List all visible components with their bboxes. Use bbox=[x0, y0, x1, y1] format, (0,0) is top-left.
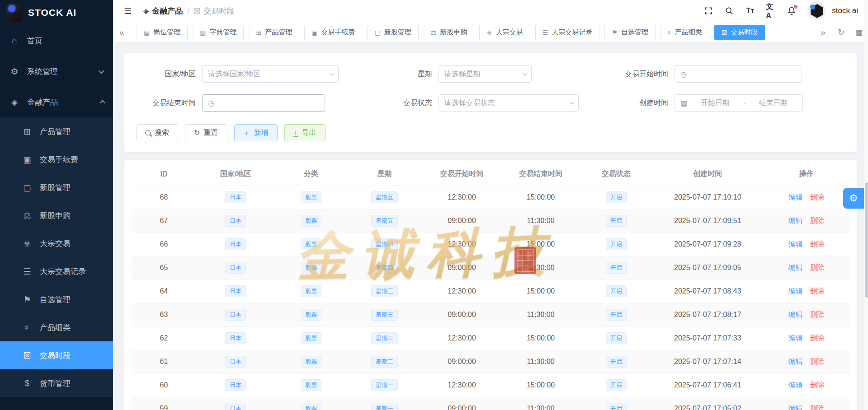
filter-end_time-input[interactable]: ◷ bbox=[202, 94, 325, 112]
scales-icon: ⚖ bbox=[22, 210, 33, 221]
sidebar-item-money[interactable]: ▣交易手续费 bbox=[0, 145, 113, 173]
app-root: STOCK AI ⌂首页⚙系统管理◈金融产品⊞产品管理▣交易手续费▢新股管理⚖新… bbox=[0, 0, 868, 410]
reset-button[interactable]: ↻重置 bbox=[185, 124, 227, 141]
category-tag: 股票 bbox=[301, 262, 321, 274]
tab-label: 交易手续费 bbox=[321, 28, 355, 37]
sidebar-item-label: 交易手续费 bbox=[40, 154, 78, 165]
notification-bell-icon[interactable] bbox=[787, 6, 797, 16]
delete-link[interactable]: 删除 bbox=[810, 358, 825, 365]
sidebar-item-home[interactable]: ⌂首页 bbox=[0, 25, 113, 56]
tab-大宗交易记录[interactable]: ☰大宗交易记录 bbox=[535, 25, 600, 40]
delete-link[interactable]: 删除 bbox=[810, 217, 825, 224]
edit-link[interactable]: 编辑 bbox=[788, 311, 803, 318]
operations-cell: 编辑删除 bbox=[763, 303, 849, 326]
sidebar-item-diamond[interactable]: ◈金融产品 bbox=[0, 87, 113, 117]
sidebar-item-list[interactable]: ☰大宗交易记录 bbox=[0, 257, 113, 285]
filter-created-input[interactable]: ▦开始日期-结束日期 bbox=[675, 94, 803, 112]
edit-link[interactable]: 编辑 bbox=[788, 334, 803, 342]
gear-icon: ⚙ bbox=[9, 66, 20, 77]
sidebar-submenu: ⊞产品管理▣交易手续费▢新股管理⚖新股申购☣大宗交易☰大宗交易记录⚑自选管理»产… bbox=[0, 117, 113, 397]
placeholder-text: 请选择交易状态 bbox=[444, 98, 565, 108]
money-icon: ▣ bbox=[311, 29, 317, 36]
status-tag: 开启 bbox=[606, 332, 627, 344]
cell-text: 15:00:00 bbox=[501, 326, 580, 350]
tab-岗位管理[interactable]: ▤岗位管理 bbox=[137, 25, 188, 40]
delete-link[interactable]: 删除 bbox=[810, 240, 825, 248]
edit-link[interactable]: 编辑 bbox=[788, 217, 803, 224]
export-button[interactable]: ↓导出 bbox=[284, 124, 326, 141]
delete-link[interactable]: 删除 bbox=[810, 381, 825, 389]
tabs-scroll-left-icon[interactable]: « bbox=[113, 22, 131, 42]
sidebar-item-dollar[interactable]: $货币管理 bbox=[0, 369, 113, 397]
edit-link[interactable]: 编辑 bbox=[788, 405, 803, 410]
cell-text: 12:30:00 bbox=[422, 326, 501, 350]
tab-新股申购[interactable]: ⚖新股申购 bbox=[424, 25, 475, 40]
breadcrumb-item[interactable]: ◈金融产品 bbox=[143, 6, 183, 16]
delete-link[interactable]: 删除 bbox=[810, 334, 825, 342]
country-tag: 日本 bbox=[225, 309, 246, 321]
tab-产品细类[interactable]: »产品细类 bbox=[660, 25, 709, 40]
cell-text: 61 bbox=[132, 350, 196, 373]
translate-icon[interactable]: 文A bbox=[766, 6, 776, 16]
sidebar-collapse-icon[interactable]: ☰ bbox=[124, 6, 132, 16]
tab-产品管理[interactable]: ⊞产品管理 bbox=[249, 25, 299, 40]
sidebar-item-calendar-x[interactable]: ☒交易时段 bbox=[0, 341, 113, 369]
tab-字典管理[interactable]: ▥字典管理 bbox=[193, 25, 244, 40]
delete-link[interactable]: 删除 bbox=[810, 405, 825, 410]
operations-cell: 编辑删除 bbox=[763, 373, 849, 397]
tabs-scroll-right-icon[interactable]: » bbox=[814, 22, 832, 42]
tab-大宗交易[interactable]: ☣大宗交易 bbox=[479, 25, 530, 40]
edit-link[interactable]: 编辑 bbox=[788, 287, 803, 295]
sidebar-item-burst[interactable]: ☣大宗交易 bbox=[0, 229, 113, 257]
settings-gear-button[interactable]: ⚙ bbox=[843, 188, 864, 209]
calendar-x-icon: ☒ bbox=[22, 350, 33, 361]
cell-text: 66 bbox=[132, 233, 196, 256]
table-row: 63日本股票星期三09:00:0011:30:00开启2025-07-07 17… bbox=[132, 303, 849, 326]
search-icon[interactable] bbox=[724, 6, 734, 16]
category-cell: 股票 bbox=[275, 233, 347, 256]
edit-link[interactable]: 编辑 bbox=[788, 193, 803, 201]
search-button[interactable]: 搜索 bbox=[136, 124, 178, 141]
delete-link[interactable]: 删除 bbox=[810, 311, 825, 318]
status-tag: 开启 bbox=[606, 285, 627, 297]
add-button[interactable]: ＋新增 bbox=[234, 124, 278, 141]
filter-week-select[interactable]: 请选择星期 bbox=[439, 65, 532, 83]
scrollbar-thumb[interactable] bbox=[865, 182, 868, 298]
tab-自选管理[interactable]: ⚑自选管理 bbox=[604, 25, 656, 40]
week-cell: 星期二 bbox=[347, 326, 422, 350]
sidebar-item-chevrons[interactable]: »产品细类 bbox=[0, 313, 113, 341]
status-tag: 开启 bbox=[606, 191, 627, 203]
week-tag: 星期四 bbox=[371, 262, 398, 274]
edit-link[interactable]: 编辑 bbox=[788, 264, 803, 271]
sidebar-item-gift[interactable]: ⊞产品管理 bbox=[0, 117, 113, 145]
status-cell: 开启 bbox=[580, 350, 652, 373]
sidebar-item-gear[interactable]: ⚙系统管理 bbox=[0, 56, 113, 87]
filter-status-select[interactable]: 请选择交易状态 bbox=[439, 94, 579, 112]
clock-icon: ◷ bbox=[208, 99, 214, 107]
delete-link[interactable]: 删除 bbox=[810, 287, 825, 295]
week-tag: 星期五 bbox=[371, 215, 398, 227]
sidebar-item-box[interactable]: ▢新股管理 bbox=[0, 173, 113, 201]
edit-link[interactable]: 编辑 bbox=[788, 381, 803, 389]
tab-交易手续费[interactable]: ▣交易手续费 bbox=[304, 25, 362, 40]
filter-field-end_time: 交易结束时间◷ bbox=[136, 94, 373, 112]
breadcrumb-label: 金融产品 bbox=[152, 6, 183, 16]
filter-country-select[interactable]: 请选择国家/地区 bbox=[202, 65, 339, 83]
tab-新股管理[interactable]: ▢新股管理 bbox=[367, 25, 418, 40]
filter-start_time-input[interactable]: ◷ bbox=[675, 65, 802, 83]
avatar[interactable] bbox=[807, 2, 826, 20]
tabs-refresh-icon[interactable]: ↻ bbox=[832, 22, 850, 42]
idcard-icon: ▤ bbox=[144, 29, 150, 36]
operations-cell: 编辑删除 bbox=[763, 350, 849, 373]
delete-link[interactable]: 删除 bbox=[810, 193, 825, 201]
box-icon: ▢ bbox=[374, 29, 380, 36]
sidebar-item-bookmark[interactable]: ⚑自选管理 bbox=[0, 285, 113, 313]
edit-link[interactable]: 编辑 bbox=[788, 358, 803, 365]
fullscreen-icon[interactable] bbox=[703, 6, 713, 16]
edit-link[interactable]: 编辑 bbox=[788, 240, 803, 248]
font-size-icon[interactable]: Tт bbox=[745, 6, 755, 16]
tab-交易时段[interactable]: ☒交易时段 bbox=[714, 25, 765, 40]
burst-icon: ☣ bbox=[22, 238, 33, 249]
sidebar-item-scales[interactable]: ⚖新股申购 bbox=[0, 201, 113, 229]
delete-link[interactable]: 删除 bbox=[810, 264, 825, 271]
